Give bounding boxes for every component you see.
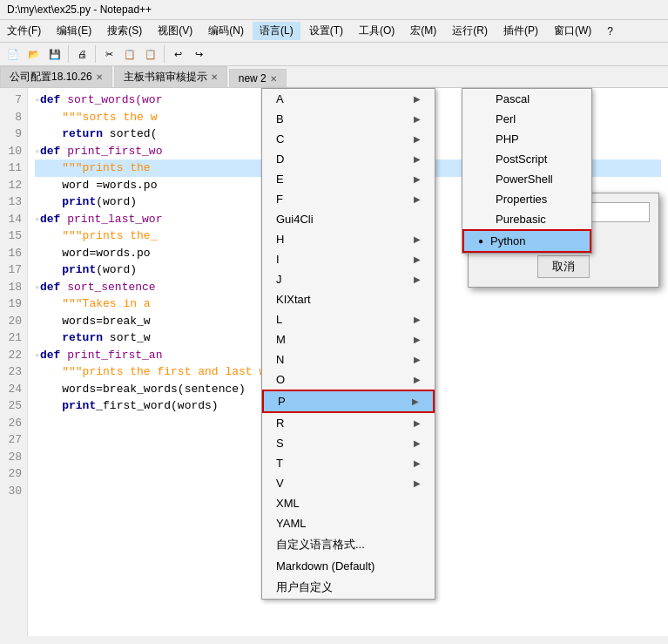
lang-menu-label: V (276, 477, 284, 490)
p-submenu-item[interactable]: Purebasic (462, 209, 591, 229)
lang-menu-label: Gui4Cli (276, 213, 314, 226)
title-bar: D:\my\ext\ex25.py - Notepad++ (0, 0, 668, 20)
menu-item-search[interactable]: 搜索(S) (100, 22, 149, 40)
submenu-arrow-icon: ▶ (414, 418, 421, 428)
lang-menu-label: Markdown (Default) (276, 559, 374, 573)
lang-menu-item[interactable]: N▶ (262, 349, 435, 369)
lang-menu-item[interactable]: T▶ (262, 453, 435, 473)
submenu-arrow-icon: ▶ (414, 234, 421, 244)
lang-menu-item[interactable]: YAML (262, 513, 435, 533)
submenu-arrow-icon: ▶ (414, 275, 421, 284)
menu-item-file[interactable]: 文件(F) (0, 22, 48, 40)
lang-menu-label: P (278, 395, 286, 408)
line-number-11: 11 (5, 159, 22, 177)
lang-menu-item[interactable]: B▶ (262, 109, 435, 129)
copy-button[interactable]: 📋 (120, 44, 139, 64)
lang-menu-label: J (276, 273, 282, 286)
editor-area: 7891011121314151617181920212223242526272… (0, 88, 668, 636)
lang-menu-label: E (276, 173, 284, 186)
tab-close[interactable]: ✕ (270, 74, 277, 84)
menu-item-run[interactable]: 运行(R) (445, 22, 495, 40)
submenu-arrow-icon: ▶ (414, 335, 421, 344)
lang-menu-label: A (276, 92, 284, 105)
p-submenu-label: PowerShell (496, 173, 553, 186)
cancel-button[interactable]: 取消 (537, 255, 590, 278)
print-button[interactable]: 🖨 (72, 44, 91, 64)
tab-label: 公司配置18.10.26 (10, 70, 92, 85)
tab-close[interactable]: ✕ (211, 72, 218, 82)
line-number-20: 20 (5, 313, 22, 330)
lang-menu-item[interactable]: S▶ (262, 433, 435, 453)
lang-menu-item[interactable]: I▶ (262, 249, 435, 269)
lang-menu-label: N (276, 353, 284, 366)
menu-item-window[interactable]: 窗口(W) (547, 22, 598, 40)
lang-menu-item[interactable]: C▶ (262, 129, 435, 149)
lang-menu-item[interactable]: J▶ (262, 269, 435, 289)
lang-menu-item[interactable]: Markdown (Default) (262, 556, 435, 576)
menu-item-view[interactable]: 视图(V) (151, 22, 199, 40)
toolbar-separator3 (164, 45, 165, 63)
submenu-arrow-icon: ▶ (414, 438, 421, 448)
menu-item-edit[interactable]: 编辑(E) (50, 22, 98, 40)
lang-menu-item[interactable]: V▶ (262, 473, 435, 493)
p-submenu-item[interactable]: PostScript (462, 149, 591, 169)
submenu-arrow-icon: ▶ (414, 134, 421, 144)
lang-menu-item[interactable]: M▶ (262, 329, 435, 349)
save-button[interactable]: 💾 (45, 44, 64, 64)
submenu-arrow-icon: ▶ (414, 154, 421, 164)
menu-bar: 文件(F)编辑(E)搜索(S)视图(V)编码(N)语言(L)设置(T)工具(O)… (0, 20, 668, 43)
line-number-22: 22 (5, 347, 22, 364)
p-submenu-item[interactable]: PHP (462, 129, 591, 149)
line-number-27: 27 (5, 431, 22, 449)
lang-menu-item[interactable]: KIXtart (262, 289, 435, 309)
lang-menu-item[interactable]: Gui4Cli (262, 209, 435, 229)
menu-item-language[interactable]: 语言(L) (253, 22, 300, 40)
paste-button[interactable]: 📋 (141, 44, 160, 64)
tab-tab2[interactable]: 主板书籍审核提示✕ (114, 66, 227, 87)
tab-tab1[interactable]: 公司配置18.10.26✕ (0, 66, 112, 87)
undo-button[interactable]: ↩ (168, 44, 187, 64)
tab-tab3[interactable]: new 2✕ (229, 69, 287, 87)
menu-item-macro[interactable]: 宏(M) (403, 22, 443, 40)
p-submenu[interactable]: PascalPerlPHPPostScriptPowerShellPropert… (462, 88, 592, 254)
submenu-arrow-icon: ▶ (414, 315, 421, 324)
p-submenu-item[interactable]: ●Python (462, 229, 591, 253)
p-submenu-item[interactable]: Properties (462, 189, 591, 209)
lang-menu-item[interactable]: 用户自定义 (262, 576, 435, 599)
language-menu[interactable]: A▶B▶C▶D▶E▶F▶Gui4CliH▶I▶J▶KIXtartL▶M▶N▶O▶… (261, 88, 435, 600)
cut-button[interactable]: ✂ (99, 44, 118, 64)
toolbar-separator2 (95, 45, 96, 63)
lang-menu-item[interactable]: L▶ (262, 309, 435, 329)
p-submenu-item[interactable]: Pascal (462, 89, 591, 109)
lang-menu-item[interactable]: P▶ (262, 390, 435, 413)
lang-menu-item[interactable]: H▶ (262, 229, 435, 249)
lang-menu-item[interactable]: O▶ (262, 369, 435, 390)
lang-menu-label: T (276, 457, 283, 470)
lang-menu-label: D (276, 153, 284, 166)
new-button[interactable]: 📄 (3, 44, 23, 64)
open-button[interactable]: 📂 (24, 44, 44, 64)
menu-item-encoding[interactable]: 编码(N) (201, 22, 251, 40)
line-number-12: 12 (5, 177, 22, 194)
lang-menu-item[interactable]: E▶ (262, 169, 435, 189)
lang-menu-item[interactable]: A▶ (262, 89, 435, 109)
lang-menu-item[interactable]: R▶ (262, 413, 435, 433)
redo-button[interactable]: ↪ (189, 44, 208, 64)
menu-item-tools[interactable]: 工具(O) (352, 22, 401, 40)
menu-item-settings[interactable]: 设置(T) (302, 22, 350, 40)
lang-menu-label: B (276, 112, 284, 125)
tab-close[interactable]: ✕ (96, 72, 103, 82)
lang-menu-item[interactable]: F▶ (262, 189, 435, 209)
p-submenu-label: Purebasic (496, 213, 546, 226)
line-number-7: 7 (5, 92, 22, 109)
menu-item-plugins[interactable]: 插件(P) (496, 22, 545, 40)
lang-menu-item[interactable]: 自定义语言格式... (262, 533, 435, 556)
lang-menu-item[interactable]: D▶ (262, 149, 435, 169)
tab-label: 主板书籍审核提示 (124, 70, 207, 85)
p-submenu-item[interactable]: PowerShell (462, 169, 591, 189)
submenu-arrow-icon: ▶ (414, 94, 421, 104)
p-submenu-item[interactable]: Perl (462, 109, 591, 129)
lang-menu-item[interactable]: XML (262, 493, 435, 513)
lang-menu-label: S (276, 437, 284, 450)
menu-item-help[interactable]: ? (600, 24, 620, 39)
